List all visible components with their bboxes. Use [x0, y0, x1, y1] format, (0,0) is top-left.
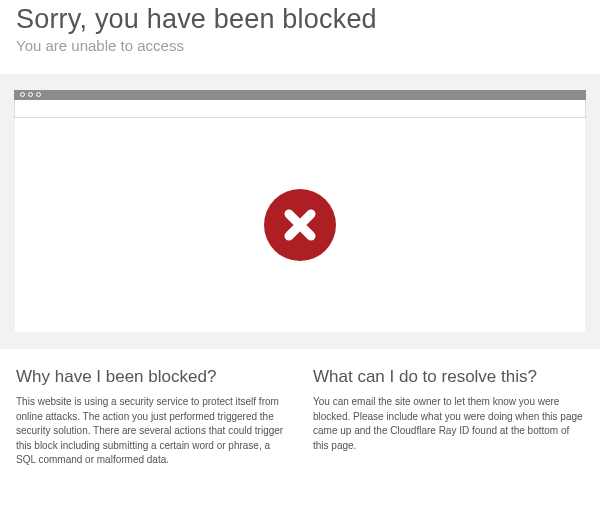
- resolve-heading: What can I do to resolve this?: [313, 367, 584, 387]
- window-dot-icon: [20, 92, 25, 97]
- browser-mock-body: [14, 118, 586, 333]
- page-title: Sorry, you have been blocked: [16, 4, 584, 35]
- browser-mock-addressbar: [14, 100, 586, 118]
- window-control-dots: [20, 92, 41, 97]
- page: Sorry, you have been blocked You are una…: [0, 0, 600, 478]
- page-subtitle: You are unable to access: [16, 37, 584, 54]
- browser-mock: [14, 90, 586, 333]
- why-blocked-column: Why have I been blocked? This website is…: [16, 367, 287, 468]
- browser-mock-titlebar: [14, 90, 586, 100]
- header: Sorry, you have been blocked You are una…: [0, 0, 600, 64]
- why-blocked-body: This website is using a security service…: [16, 395, 287, 468]
- window-dot-icon: [28, 92, 33, 97]
- resolve-body: You can email the site owner to let them…: [313, 395, 584, 453]
- why-blocked-heading: Why have I been blocked?: [16, 367, 287, 387]
- info-columns: Why have I been blocked? This website is…: [0, 349, 600, 478]
- resolve-column: What can I do to resolve this? You can e…: [313, 367, 584, 468]
- illustration-area: [0, 74, 600, 349]
- window-dot-icon: [36, 92, 41, 97]
- spacer: [14, 333, 586, 347]
- error-x-circle-icon: [264, 189, 336, 261]
